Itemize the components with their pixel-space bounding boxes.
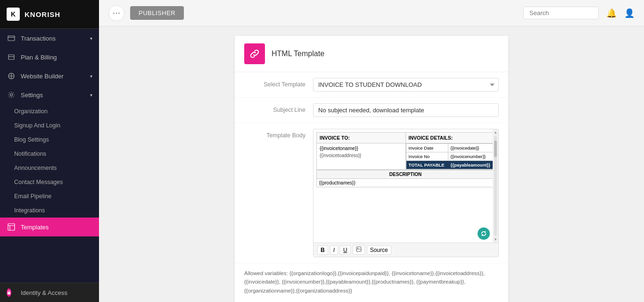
bold-button[interactable]: B [317, 245, 328, 255]
sidebar-item-contact-messages[interactable]: Contact Messages [0, 175, 99, 189]
image-button[interactable] [353, 245, 365, 255]
notifications-label: Notifications [14, 151, 46, 157]
invoice-to-address: {{invoicetoaddress}} [320, 153, 403, 158]
editor-content: INVOICE TO: INVOICE DETAILS: {{invoiceto… [314, 129, 498, 243]
template-body-control: INVOICE TO: INVOICE DETAILS: {{invoiceto… [313, 129, 499, 257]
invoice-details-cell: Invoice Date {{invoicedate}} Invoice No … [405, 143, 495, 170]
svg-rect-1 [8, 55, 14, 59]
sidebar-item-website-builder[interactable]: Website Builder ▾ [0, 67, 99, 85]
template-body-row: Template Body INVOICE TO: INVOICE DETAIL… [235, 123, 508, 263]
italic-button[interactable]: I [330, 245, 338, 255]
signup-login-label: Signup And Login [14, 122, 60, 129]
svg-rect-0 [8, 36, 15, 41]
website-builder-arrow: ▾ [90, 74, 92, 79]
sidebar-item-blog-settings[interactable]: Blog Settings [0, 133, 99, 147]
organization-label: Organization [14, 108, 48, 115]
no-label: Invoice No [406, 152, 448, 161]
lock-icon [7, 288, 16, 297]
allowed-vars-label: Allowed variables: [244, 270, 288, 276]
invoice-details-table: Invoice Date {{invoicedate}} Invoice No … [406, 143, 495, 169]
svg-rect-4 [8, 224, 15, 230]
description-table: DESCRIPTION {{productnames}} [316, 170, 495, 187]
invoice-to-cell: {{invoicetoname}} {{invoicetoaddress}} [317, 143, 406, 170]
website-builder-label: Website Builder [21, 73, 64, 80]
select-template-label: Select Template [244, 78, 305, 88]
contact-messages-label: Contact Messages [14, 179, 63, 185]
scroll-up-arrow[interactable]: ▲ [494, 130, 497, 134]
sidebar-logo: K KNORISH [0, 0, 99, 29]
settings-arrow: ▾ [90, 92, 92, 98]
svg-rect-5 [8, 292, 10, 294]
logo-letter: K [7, 8, 20, 21]
template-editor[interactable]: INVOICE TO: INVOICE DETAILS: {{invoiceto… [313, 129, 499, 257]
panel-title: HTML Template [272, 50, 324, 58]
website-builder-icon [7, 71, 16, 81]
panel-header: HTML Template [235, 36, 508, 72]
scroll-track [494, 136, 497, 236]
sidebar-item-settings[interactable]: Settings ▾ [0, 85, 99, 104]
integrations-label: Integrations [14, 207, 45, 214]
settings-label: Settings [21, 92, 43, 99]
editor-scrollbar[interactable]: ▲ ▼ [493, 129, 498, 243]
allowed-vars: Allowed variables: {{organizationlogo}},… [235, 263, 508, 301]
transactions-arrow: ▾ [90, 36, 92, 41]
subject-line-control [313, 103, 499, 117]
sidebar-bottom: Identity & Access [0, 283, 99, 302]
template-body-label: Template Body [244, 129, 305, 139]
sidebar-item-signup-login[interactable]: Signup And Login [0, 118, 99, 133]
html-template-panel: HTML Template Select Template INVOICE TO… [235, 36, 508, 302]
plan-billing-label: Plan & Billing [21, 54, 57, 61]
sidebar-item-notifications[interactable]: Notifications [0, 147, 99, 161]
sidebar: K KNORISH Transactions ▾ Plan & Billing … [0, 0, 99, 302]
sidebar-item-transactions[interactable]: Transactions ▾ [0, 29, 99, 48]
publisher-button[interactable]: PUBLISHER [130, 6, 184, 20]
email-pipeline-label: Email Pipeline [14, 193, 51, 200]
plan-billing-icon [7, 52, 16, 62]
refresh-button[interactable] [478, 227, 490, 240]
editor-toolbar: B I U Source [314, 243, 498, 257]
sidebar-item-identity-access[interactable]: Identity & Access [0, 283, 99, 302]
total-label: TOTAL PAYABLE [406, 161, 448, 169]
select-template-row: Select Template INVOICE TO STUDENT DOWNL… [235, 72, 508, 98]
refresh-icon [480, 230, 487, 237]
templates-label: Templates [21, 224, 49, 231]
blog-settings-label: Blog Settings [14, 136, 49, 143]
image-icon [356, 246, 362, 252]
scroll-thumb [494, 141, 497, 157]
subject-line-input[interactable] [313, 103, 499, 117]
svg-point-3 [10, 94, 13, 96]
content-area: HTML Template Select Template INVOICE TO… [99, 26, 644, 302]
sidebar-item-email-pipeline[interactable]: Email Pipeline [0, 189, 99, 203]
sidebar-item-templates[interactable]: Templates [0, 218, 99, 236]
user-icon[interactable]: 👤 [624, 8, 635, 18]
sidebar-item-announcements[interactable]: Announcements [0, 161, 99, 175]
panel-icon-box [244, 43, 265, 64]
date-label: Invoice Date [406, 144, 448, 152]
select-template-control: INVOICE TO STUDENT DOWNLOAD [313, 78, 499, 92]
underline-button[interactable]: U [340, 245, 351, 255]
transactions-label: Transactions [21, 35, 56, 42]
subject-line-row: Subject Line [235, 98, 508, 123]
main-area: ⋯ PUBLISHER 🔔 👤 HTML Template [99, 0, 644, 302]
search-input[interactable] [523, 7, 599, 19]
no-value: {{invoicenumber}} [448, 152, 494, 161]
scroll-down-arrow[interactable]: ▼ [494, 237, 497, 242]
templates-icon [7, 222, 16, 232]
template-select[interactable]: INVOICE TO STUDENT DOWNLOAD [313, 78, 499, 92]
invoice-to-header: INVOICE TO: [317, 133, 406, 143]
sidebar-item-integrations[interactable]: Integrations [0, 203, 99, 218]
sidebar-item-organization[interactable]: Organization [0, 104, 99, 118]
desc-header: DESCRIPTION [317, 170, 495, 179]
settings-icon [7, 90, 16, 100]
desc-value: {{productnames}} [317, 179, 495, 187]
dots-menu-button[interactable]: ⋯ [108, 5, 124, 21]
subject-line-label: Subject Line [244, 103, 305, 113]
dots-icon: ⋯ [113, 8, 120, 17]
announcements-label: Announcements [14, 165, 57, 171]
sidebar-item-plan-billing[interactable]: Plan & Billing [0, 48, 99, 67]
header-right: 🔔 👤 [523, 7, 635, 19]
total-value: {{payableamount}} [448, 161, 494, 169]
notification-icon[interactable]: 🔔 [606, 8, 617, 18]
source-button[interactable]: Source [367, 245, 391, 255]
header: ⋯ PUBLISHER 🔔 👤 [99, 0, 644, 26]
